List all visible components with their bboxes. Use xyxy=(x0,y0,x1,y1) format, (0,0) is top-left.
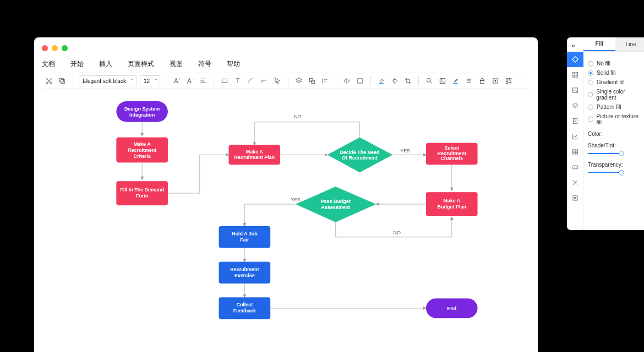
menu-bar: 文档 开始 插入 页面样式 视图 符号 帮助 xyxy=(42,59,240,69)
rail-connector-icon[interactable] xyxy=(567,175,583,190)
fill-options-panel: No fillSolid fillGradient fillSingle col… xyxy=(583,54,644,179)
flip-horizontal-icon[interactable] xyxy=(342,76,352,86)
collapse-panel-icon[interactable]: » xyxy=(571,42,575,50)
layers-icon[interactable] xyxy=(294,76,304,86)
fill-option-label: Pattern fill xyxy=(597,104,621,110)
align-left-icon[interactable] xyxy=(320,76,330,86)
shade-label: Shade/Tint: xyxy=(588,142,642,148)
tab-line[interactable]: Line xyxy=(615,37,645,51)
align-icon[interactable] xyxy=(198,76,208,86)
font-size-select[interactable]: 12 xyxy=(140,75,160,86)
transparency-slider[interactable] xyxy=(588,170,624,175)
svg-rect-6 xyxy=(312,80,315,84)
svg-rect-4 xyxy=(222,79,227,83)
font-family-select[interactable]: Elegant soft black xyxy=(79,75,137,86)
crop-icon[interactable] xyxy=(403,76,413,86)
radio-icon xyxy=(588,117,593,122)
svg-text:CollectFeedback: CollectFeedback xyxy=(233,302,256,314)
edge-label-yes2: YES xyxy=(291,197,301,202)
fill-option-0[interactable]: No fill xyxy=(588,61,642,67)
minimize-window-button[interactable] xyxy=(52,45,58,51)
svg-text:Pass BudgetAssessment: Pass BudgetAssessment xyxy=(321,199,351,210)
image-tool-icon[interactable] xyxy=(438,76,447,86)
decrease-font-icon[interactable] xyxy=(185,76,195,86)
rail-layers-icon[interactable] xyxy=(567,98,583,113)
fill-option-label: Gradient fill xyxy=(597,79,625,85)
fill-option-label: Picture or texture fill xyxy=(597,113,642,125)
list-settings-icon[interactable] xyxy=(464,76,474,86)
fill-option-5[interactable]: Picture or texture fill xyxy=(588,113,642,125)
edge-label-no: NO xyxy=(294,114,301,119)
fill-option-2[interactable]: Gradient fill xyxy=(588,79,642,85)
maximize-window-button[interactable] xyxy=(62,45,68,51)
menu-help[interactable]: 帮助 xyxy=(227,59,240,69)
shadow-icon[interactable] xyxy=(390,76,400,86)
svg-point-11 xyxy=(441,79,442,80)
connector-elbow-icon[interactable] xyxy=(259,76,269,86)
menu-start[interactable]: 开始 xyxy=(70,59,84,69)
menu-view[interactable]: 视图 xyxy=(170,59,183,69)
svg-rect-36 xyxy=(572,166,577,169)
edit-icon[interactable] xyxy=(490,76,500,86)
radio-icon xyxy=(588,70,593,76)
svg-rect-5 xyxy=(309,78,313,81)
pointer-tool-icon[interactable] xyxy=(272,76,282,86)
rail-grid-icon[interactable] xyxy=(567,67,583,82)
menu-document[interactable]: 文档 xyxy=(42,59,55,69)
text-tool-icon[interactable] xyxy=(233,76,243,86)
group-icon[interactable] xyxy=(307,76,317,86)
svg-text:End: End xyxy=(447,306,456,311)
radio-icon xyxy=(588,61,593,67)
fill-option-label: Single color gradient xyxy=(596,89,642,101)
close-window-button[interactable] xyxy=(42,45,48,51)
menu-page-style[interactable]: 页面样式 xyxy=(128,59,154,69)
line-color-icon[interactable] xyxy=(451,76,461,86)
format-side-panel: » Fill Line No fillSolid fillGradient fi… xyxy=(567,37,644,230)
svg-text:Decide The NeedOf Recruitment: Decide The NeedOf Recruitment xyxy=(340,150,379,161)
svg-rect-7 xyxy=(358,79,362,83)
rail-shape-icon[interactable] xyxy=(567,52,583,67)
color-label: Color: xyxy=(588,131,642,137)
rectangle-tool-icon[interactable] xyxy=(220,76,230,86)
fill-option-4[interactable]: Pattern fill xyxy=(588,104,642,110)
svg-rect-29 xyxy=(572,72,575,74)
rail-chart-icon[interactable] xyxy=(567,129,583,144)
rail-image-icon[interactable] xyxy=(567,82,583,98)
menu-insert[interactable]: 插入 xyxy=(99,59,112,69)
radio-icon xyxy=(588,80,593,85)
svg-rect-16 xyxy=(509,78,511,80)
fill-option-3[interactable]: Single color gradient xyxy=(588,89,642,101)
svg-point-9 xyxy=(427,78,430,82)
rail-document-icon[interactable] xyxy=(567,113,583,129)
radio-icon xyxy=(588,105,593,110)
fill-option-label: No fill xyxy=(597,61,610,67)
diagram-canvas[interactable]: NO YES NO YES Design SystemIntegration M… xyxy=(45,95,538,352)
edge-label-yes: YES xyxy=(400,148,410,153)
shade-slider[interactable] xyxy=(588,151,624,156)
more-tools-icon[interactable] xyxy=(504,76,514,86)
toolbar: Elegant soft black 12 xyxy=(42,73,530,89)
fill-color-icon[interactable] xyxy=(376,76,386,86)
fill-option-1[interactable]: Solid fill xyxy=(588,70,642,76)
copy-icon[interactable] xyxy=(57,76,67,86)
svg-rect-17 xyxy=(506,81,508,84)
cut-icon[interactable] xyxy=(44,76,54,86)
panel-icon-rail xyxy=(567,52,583,230)
tab-fill[interactable]: Fill xyxy=(583,37,615,51)
rail-captions-icon[interactable] xyxy=(567,160,583,175)
lock-icon[interactable] xyxy=(477,76,487,86)
svg-rect-32 xyxy=(576,75,578,78)
rail-table-icon[interactable] xyxy=(567,144,583,160)
node-start-label: Design SystemIntegration xyxy=(124,106,160,118)
menu-symbol[interactable]: 符号 xyxy=(198,59,211,69)
window-controls xyxy=(42,45,68,51)
connector-curve-icon[interactable] xyxy=(246,76,256,86)
svg-rect-12 xyxy=(481,80,484,83)
zoom-icon[interactable] xyxy=(424,76,434,86)
fill-option-label: Solid fill xyxy=(597,70,615,76)
edge-label-no2: NO xyxy=(393,230,400,235)
fit-icon[interactable] xyxy=(355,76,365,86)
rail-play-icon[interactable] xyxy=(567,190,583,206)
increase-font-icon[interactable] xyxy=(172,76,182,86)
svg-point-8 xyxy=(393,79,396,82)
